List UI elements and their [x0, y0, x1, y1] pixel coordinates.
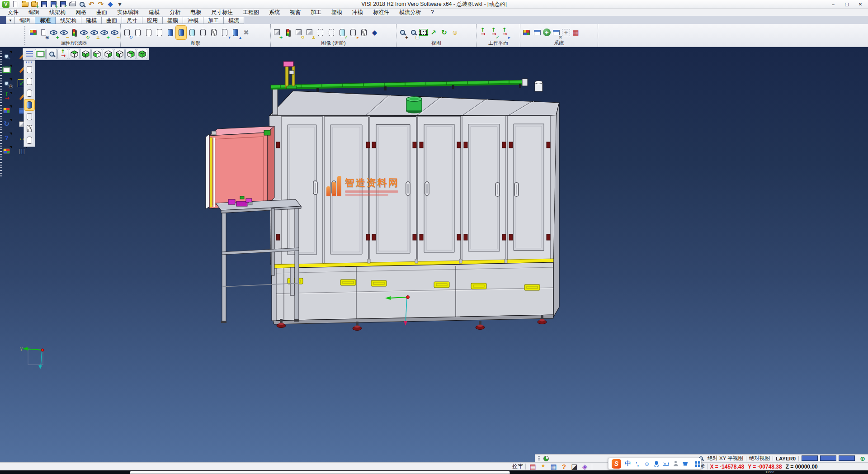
ime-punct-toggle[interactable]: ’, [634, 460, 640, 467]
regen-icon[interactable]: ↻ [1, 119, 12, 129]
tab-尺寸[interactable]: 尺寸 [122, 17, 142, 24]
tab-建模[interactable]: 建模 [81, 17, 102, 24]
visi-drop-icon[interactable]: ◆ [106, 0, 114, 8]
regen-graphics-icon[interactable]: ↻ [122, 26, 132, 39]
ime-lang-toggle[interactable]: 中 [625, 460, 631, 468]
menu-曲面[interactable]: 曲面 [91, 9, 112, 16]
strip-hidden-icon[interactable] [24, 76, 34, 87]
filter-remove-icon[interactable]: − [59, 26, 68, 39]
help-icon[interactable]: ? [1, 133, 12, 142]
tab-编辑[interactable]: 编辑 [15, 17, 35, 24]
render-face-icon[interactable]: ☺ [450, 26, 460, 39]
layer-swatch-2[interactable] [820, 455, 836, 461]
advanced-refresh-icon[interactable]: ↻ [293, 26, 304, 39]
visi-logo-icon[interactable]: V [2, 0, 10, 8]
view-mode-label[interactable]: 绝对 XY 平视图 [708, 455, 743, 462]
ime-skin-icon[interactable] [682, 462, 688, 466]
section-view-icon[interactable] [315, 26, 326, 39]
menu-文件[interactable]: 文件 [3, 9, 24, 16]
capture-image-icon[interactable]: ▾ [219, 26, 230, 39]
globe-icon[interactable]: ⊕ [860, 455, 865, 462]
shaded-edges-icon[interactable] [176, 26, 186, 39]
print-preview-icon[interactable] [78, 0, 86, 8]
view-axes-icon[interactable] [57, 49, 68, 59]
viewbar-grip[interactable] [538, 456, 540, 461]
view-back-icon[interactable] [125, 49, 136, 59]
stats-icon[interactable]: ▦ [549, 463, 558, 470]
menu-线架构[interactable]: 线架构 [44, 9, 71, 16]
menu-系统[interactable]: 系统 [264, 9, 285, 16]
menu-冲模[interactable]: 冲模 [347, 9, 368, 16]
dashed-hidden-icon[interactable] [154, 26, 165, 39]
notes-icon[interactable]: ▤ [528, 463, 538, 470]
tab-曲面[interactable]: 曲面 [102, 17, 122, 24]
refresh-view-icon[interactable]: ↻ [439, 26, 449, 39]
color-table-icon[interactable] [532, 26, 542, 39]
advanced-add-icon[interactable]: + [272, 26, 282, 39]
menu-实体编辑[interactable]: 实体编辑 [112, 9, 144, 16]
menu-加工[interactable]: 加工 [306, 9, 326, 16]
save-as-icon[interactable]: + [49, 0, 57, 8]
menu-?[interactable]: ? [426, 9, 439, 16]
filter-toggle-icon[interactable]: ± [90, 26, 99, 39]
cpl-view-icon[interactable] [477, 26, 488, 39]
undo-icon[interactable]: ↶ [87, 0, 95, 8]
strip-shaded-icon[interactable] [24, 100, 34, 110]
grid-icon[interactable]: ▦ [571, 26, 581, 39]
status-help-icon[interactable]: ? [559, 463, 569, 470]
redo-icon[interactable]: ↷ [97, 0, 105, 8]
menu-工程图[interactable]: 工程图 [238, 9, 264, 16]
minimize-button[interactable]: – [826, 0, 840, 9]
wand-icon[interactable]: * [538, 463, 548, 470]
strip-hatch-icon[interactable] [24, 123, 34, 134]
workplane-view-icon[interactable]: ◈ [580, 463, 590, 470]
strip-flat-icon[interactable] [24, 111, 34, 122]
maximize-button[interactable]: ▢ [840, 0, 854, 9]
save-icon[interactable] [40, 0, 48, 8]
delete-view-icon[interactable]: ◪ [570, 463, 579, 470]
plane-frame-icon[interactable] [1, 65, 12, 75]
advanced-filter-icon[interactable] [283, 26, 293, 39]
cpl-axes-icon[interactable] [1, 92, 12, 102]
tab-冲模[interactable]: 冲模 [183, 17, 203, 24]
zoom-extents-icon[interactable]: ↗ [428, 26, 439, 39]
view-right-icon[interactable] [103, 49, 113, 59]
zoom-dynamic-icon[interactable] [1, 51, 12, 61]
shaded-icon[interactable] [165, 26, 175, 39]
view-name-label[interactable]: 绝对视图 [749, 455, 770, 462]
system-settings-icon[interactable]: + [543, 28, 551, 36]
menu-电极[interactable]: 电极 [185, 9, 206, 16]
strip-wireframe-icon[interactable] [24, 64, 34, 75]
validate-solid-icon[interactable]: ✓ [337, 26, 347, 39]
ime-keyboard-icon[interactable] [663, 462, 669, 466]
render-cube-icon[interactable]: ◆ [369, 26, 380, 39]
lock-toggle[interactable]: 拴牢 [512, 463, 523, 470]
tab-应用[interactable]: 应用 [142, 17, 163, 24]
machine-assembly[interactable] [269, 62, 559, 331]
zoom-in-icon[interactable]: + [397, 26, 408, 39]
menu-塑模[interactable]: 塑模 [326, 9, 347, 16]
tab-加工[interactable]: 加工 [203, 17, 224, 24]
tab-overflow-button[interactable]: ▼ [6, 17, 15, 24]
attribute-palette-icon[interactable] [28, 26, 38, 39]
door-panel-4[interactable] [418, 116, 461, 262]
color-table2-icon[interactable] [1, 146, 12, 156]
filter-refresh-icon[interactable]: ↻ [79, 26, 89, 39]
taskbar-input[interactable] [130, 471, 510, 474]
menu-尺寸标注[interactable]: 尺寸标注 [206, 9, 238, 16]
cpl-align-icon[interactable]: ✓ [488, 26, 499, 39]
shade-mode-icon[interactable] [35, 49, 46, 59]
ime-emoji-button[interactable]: ☺ [644, 460, 650, 467]
attribute-copy-icon[interactable]: ◉ [38, 26, 48, 39]
menu-标准件[interactable]: 标准件 [368, 9, 394, 16]
wire-solid-icon[interactable] [359, 26, 369, 39]
zoom-window-icon[interactable]: □ [408, 26, 419, 39]
section-view2-icon[interactable] [326, 26, 336, 39]
flat-shade-icon[interactable] [198, 26, 208, 39]
view-iso-icon[interactable] [137, 49, 147, 59]
layer-swatch-1[interactable] [802, 455, 818, 461]
menu-建模[interactable]: 建模 [144, 9, 165, 16]
filter-manager-icon[interactable] [69, 26, 79, 39]
menu-网格[interactable]: 网格 [71, 9, 91, 16]
show-all-icon[interactable]: + [99, 26, 109, 39]
